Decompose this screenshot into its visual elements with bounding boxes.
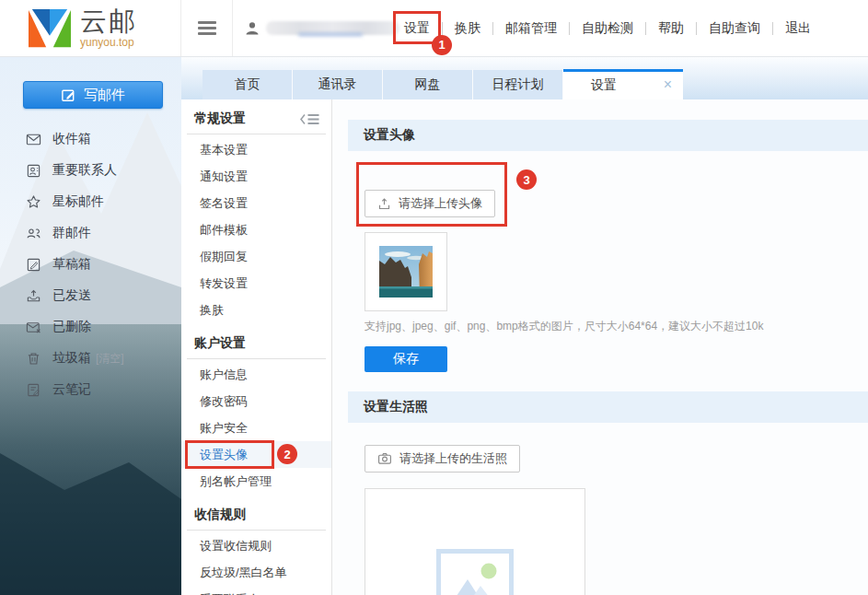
tab-netdisk[interactable]: 网盘 — [383, 69, 473, 99]
tab-schedule[interactable]: 日程计划 — [473, 69, 563, 99]
notes-icon — [26, 382, 41, 398]
divider — [645, 22, 646, 35]
settings-nav-template[interactable]: 邮件模板 — [181, 216, 331, 243]
collapse-panel-icon[interactable] — [300, 113, 320, 125]
avatar-section-title: 设置头像 — [348, 120, 868, 151]
logo-subtitle: yunyou.top — [80, 37, 137, 48]
settings-section-general: 常规设置 — [181, 107, 331, 131]
settings-nav-antispam[interactable]: 反垃圾/黑白名单 — [181, 559, 331, 586]
camera-icon — [377, 451, 392, 466]
topnav-settings[interactable]: 设置 1 — [402, 17, 432, 41]
sidebar-item-group-mail[interactable]: 群邮件 — [0, 217, 181, 249]
top-header: 云邮 yunyou.top 设置 1 换肤 邮箱管理 — [0, 0, 868, 57]
avatar-section-body: 请选择上传头像 3 — [348, 151, 868, 372]
pencil-square-icon — [61, 88, 76, 103]
avatar-preview-frame — [365, 232, 447, 311]
yunyou-logo-icon — [29, 7, 71, 50]
logo: 云邮 yunyou.top — [0, 0, 181, 56]
settings-main: 设置头像 请选择上传头像 3 — [332, 99, 868, 595]
logo-title: 云邮 — [80, 8, 137, 35]
close-tab-icon[interactable]: × — [664, 77, 672, 92]
settings-nav-account-info[interactable]: 账户信息 — [181, 361, 331, 388]
sidebar-item-drafts[interactable]: 草稿箱 — [0, 249, 181, 280]
contacts-icon — [26, 163, 41, 179]
divider — [187, 134, 326, 134]
sidebar-item-trash[interactable]: 垃圾箱 [清空] — [0, 343, 181, 374]
account-name-redacted-2 — [298, 33, 363, 36]
tab-home[interactable]: 首页 — [203, 69, 293, 99]
logo-text: 云邮 yunyou.top — [80, 8, 137, 48]
upload-life-photo-button[interactable]: 请选择上传的生活照 — [365, 445, 520, 472]
topnav-logout[interactable]: 退出 — [783, 17, 813, 41]
annotation-step-3: 3 — [516, 169, 537, 190]
settings-nav-vip-contacts[interactable]: 重要联系人 — [181, 586, 331, 595]
account-dropdown[interactable] — [244, 20, 377, 37]
sidebar-item-vip-contacts[interactable]: 重要联系人 — [0, 155, 181, 186]
top-nav: 设置 1 换肤 邮箱管理 自助检测 帮助 自助查询 退出 — [392, 17, 823, 41]
settings-nav-forward[interactable]: 转发设置 — [181, 270, 331, 297]
settings-nav-avatar[interactable]: 设置头像 2 — [181, 441, 331, 468]
sidebar-item-deleted[interactable]: 已删除 — [0, 311, 181, 343]
settings-nav-basic[interactable]: 基本设置 — [181, 136, 331, 163]
save-button[interactable]: 保存 — [365, 346, 447, 372]
life-photo-section-title: 设置生活照 — [348, 391, 868, 423]
inbox-icon — [26, 132, 41, 147]
upload-icon — [377, 197, 391, 211]
compose-button[interactable]: 写邮件 — [23, 81, 163, 109]
tab-bar: 首页 通讯录 网盘 日程计划 设置 × — [181, 57, 868, 99]
avatar-image — [379, 246, 433, 298]
sidebar-item-notes[interactable]: 云笔记 — [0, 374, 181, 405]
sidebar-item-inbox[interactable]: 收件箱 — [0, 123, 181, 155]
avatar-format-hint: 支持jpg、jpeg、gif、png、bmp格式的图片，尺寸大小64*64，建议… — [365, 319, 868, 334]
group-icon — [26, 226, 41, 241]
settings-nav-receive-rules[interactable]: 设置收信规则 — [181, 532, 331, 559]
star-icon — [26, 194, 41, 210]
settings-nav-account-security[interactable]: 账户安全 — [181, 414, 331, 441]
topnav-help[interactable]: 帮助 — [656, 17, 686, 41]
settings-section-account: 账户设置 — [181, 332, 331, 356]
webmail-app: 云邮 yunyou.top 设置 1 换肤 邮箱管理 — [0, 0, 868, 595]
divider — [492, 22, 493, 35]
image-placeholder-icon — [436, 549, 514, 595]
settings-section-receive-rules: 收信规则 — [181, 503, 331, 527]
sent-icon — [26, 288, 41, 304]
topnav-self-check[interactable]: 自助检测 — [580, 17, 635, 41]
user-icon — [244, 20, 260, 37]
topnav-mailbox-manage[interactable]: 邮箱管理 — [503, 17, 559, 41]
annotation-step-1: 1 — [432, 35, 452, 55]
sidebar-item-sent[interactable]: 已发送 — [0, 280, 181, 311]
sidebar-item-starred[interactable]: 星标邮件 — [0, 186, 181, 217]
settings-nav-skin[interactable]: 换肤 — [181, 297, 331, 323]
divider — [569, 22, 570, 35]
menu-toggle-icon[interactable] — [181, 0, 233, 56]
settings-nav-change-password[interactable]: 修改密码 — [181, 388, 331, 414]
upload-avatar-button[interactable]: 请选择上传头像 — [365, 190, 495, 217]
topnav-self-query[interactable]: 自助查询 — [707, 17, 762, 41]
life-photo-placeholder-frame — [365, 488, 585, 595]
divider — [187, 530, 326, 531]
settings-nav-notify[interactable]: 通知设置 — [181, 163, 331, 190]
settings-nav-alias-accounts[interactable]: 别名帐户管理 — [181, 468, 331, 495]
settings-nav-signature[interactable]: 签名设置 — [181, 190, 331, 216]
folder-list: 收件箱 重要联系人 星标邮件 — [0, 123, 181, 405]
divider — [442, 22, 443, 35]
deleted-mail-icon — [26, 320, 41, 335]
annotation-step-2: 2 — [277, 444, 297, 464]
life-photo-section-body: 请选择上传的生活照 — [348, 423, 868, 595]
divider — [696, 22, 697, 35]
divider — [772, 22, 773, 35]
topnav-skin[interactable]: 换肤 — [453, 17, 482, 41]
settings-nav: 常规设置 基本设置 通知设置 签名设置 邮件模板 假期回复 转发设置 换肤 账户… — [181, 99, 332, 595]
divider — [187, 358, 326, 359]
trash-empty-link[interactable]: [清空] — [96, 351, 124, 367]
draft-icon — [26, 257, 41, 273]
tab-settings[interactable]: 设置 × — [563, 69, 683, 99]
mail-sidebar: 写邮件 收件箱 重要联系人 — [0, 57, 181, 595]
settings-nav-vacation[interactable]: 假期回复 — [181, 243, 331, 270]
trash-icon — [26, 351, 41, 367]
tab-contacts[interactable]: 通讯录 — [293, 69, 383, 99]
